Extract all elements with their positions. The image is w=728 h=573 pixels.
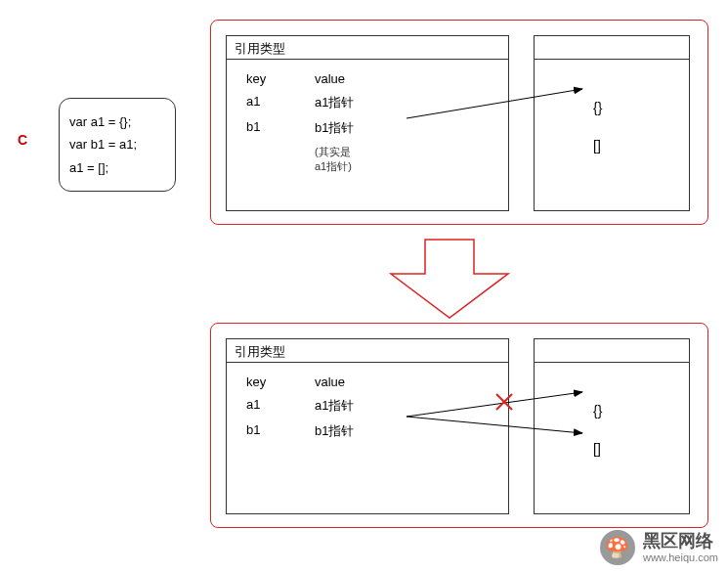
- box-title: [535, 36, 689, 60]
- flow-arrow-icon: [371, 235, 528, 323]
- table-cell: b1: [246, 119, 315, 137]
- note-text: (其实是: [315, 145, 489, 159]
- table-cell: b1指针: [315, 119, 412, 137]
- heap-object: {}: [593, 392, 689, 430]
- reference-table-box: 引用类型 key value a1 a1指针 b1 b1指针 (其实是 a1指针…: [226, 35, 509, 211]
- heap-array: []: [593, 430, 689, 468]
- table-cell: a1: [246, 397, 315, 415]
- box-title: 引用类型: [227, 339, 508, 363]
- table-cell: a1指针: [315, 397, 412, 415]
- state-panel-after: 引用类型 key value a1 a1指针 b1 b1指针 {} []: [210, 323, 708, 528]
- table-cell: a1: [246, 94, 315, 111]
- watermark-url: www.heiqu.com: [643, 551, 718, 564]
- box-title: 引用类型: [227, 36, 508, 60]
- table-cell: a1指针: [315, 94, 412, 111]
- heap-box: {} []: [534, 35, 690, 211]
- code-snippet: var a1 = {}; var b1 = a1; a1 = [];: [59, 98, 176, 192]
- watermark-title: 黑区网络: [643, 531, 718, 552]
- table-header-value: value: [315, 71, 412, 86]
- table-cell: b1指针: [315, 422, 412, 440]
- watermark-icon: 🍄: [600, 530, 635, 565]
- heap-box: {} []: [534, 338, 690, 514]
- reference-table-box: 引用类型 key value a1 a1指针 b1 b1指针: [226, 338, 509, 514]
- table-header-key: key: [246, 71, 315, 86]
- table-cell: b1: [246, 422, 315, 440]
- watermark: 🍄 黑区网络 www.heiqu.com: [600, 530, 718, 565]
- section-label: C: [18, 132, 27, 148]
- box-title: [535, 339, 689, 363]
- note-text: a1指针): [315, 159, 489, 174]
- code-line: var a1 = {};: [69, 110, 165, 133]
- state-panel-before: 引用类型 key value a1 a1指针 b1 b1指针 (其实是 a1指针…: [210, 20, 708, 225]
- code-line: var b1 = a1;: [69, 133, 165, 155]
- table-header-key: key: [246, 375, 315, 389]
- heap-array: []: [593, 127, 689, 165]
- table-header-value: value: [315, 375, 412, 389]
- heap-object: {}: [593, 89, 689, 127]
- code-line: a1 = [];: [69, 156, 165, 179]
